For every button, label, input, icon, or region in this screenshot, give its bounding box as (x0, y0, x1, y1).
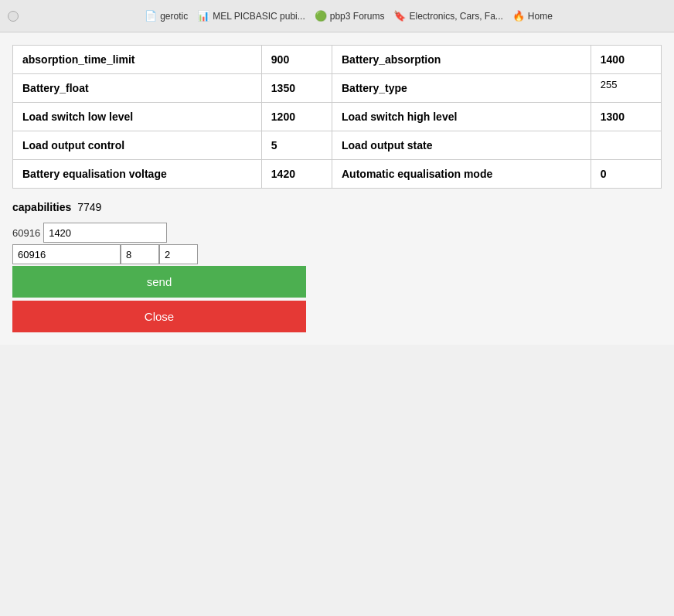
cell-auto-equalisation-label: Automatic equalisation mode (332, 160, 591, 189)
cell-battery-type-value: 255 (591, 74, 661, 103)
browser-circle (8, 11, 19, 22)
input-section: 60916 send Close (12, 223, 306, 332)
input-row-2 (12, 244, 306, 264)
address-label-1: 60916 (12, 227, 40, 239)
cell-auto-equalisation-value: 0 (591, 160, 661, 189)
tab-label-mel: MEL PICBASIC pubi... (213, 11, 305, 22)
browser-tab-home[interactable]: 🔥 Home (512, 10, 553, 22)
cell-absorption-time-label: absorption_time_limit (13, 46, 262, 74)
cell-battery-equalisation-value: 1420 (261, 160, 332, 189)
browser-tabs: 📄 gerotic 📊 MEL PICBASIC pubi... 🟢 pbp3 … (31, 10, 666, 22)
value-input[interactable] (43, 223, 167, 243)
table-row: absorption_time_limit 900 Battery_absorp… (13, 46, 662, 74)
table-row: Load output control 5 Load output state (13, 131, 662, 160)
tab-label-electronics: Electronics, Cars, Fa... (409, 11, 502, 22)
table-row: Battery equalisation voltage 1420 Automa… (13, 160, 662, 189)
tab-label-gerotic: gerotic (160, 11, 188, 22)
tab-label-home: Home (528, 11, 553, 22)
bookmark-icon: 🔖 (393, 10, 406, 22)
c-input[interactable] (159, 244, 198, 264)
cell-battery-float-value: 1350 (261, 74, 332, 103)
tab-label-pbp3: pbp3 Forums (330, 11, 385, 22)
page-icon: 📄 (145, 10, 157, 22)
browser-tab-mel[interactable]: 📊 MEL PICBASIC pubi... (197, 10, 305, 22)
address-input[interactable] (12, 244, 121, 264)
cell-battery-absorption-label: Battery_absorption (332, 46, 591, 74)
table-row: Battery_float 1350 Battery_type 255 (13, 74, 662, 103)
main-content: absorption_time_limit 900 Battery_absorp… (0, 32, 674, 345)
capabilities-label: capabilities (12, 201, 71, 213)
browser-tab-electronics[interactable]: 🔖 Electronics, Cars, Fa... (393, 10, 502, 22)
data-table: absorption_time_limit 900 Battery_absorp… (12, 45, 662, 189)
cell-load-switch-low-label: Load switch low level (13, 103, 262, 131)
bar-chart-icon: 📊 (197, 10, 209, 22)
cell-battery-float-label: Battery_float (13, 74, 262, 103)
browser-tab-pbp3[interactable]: 🟢 pbp3 Forums (315, 10, 385, 22)
cell-load-output-state-value (591, 131, 661, 160)
b-input[interactable] (121, 244, 159, 264)
cell-battery-type-label: Battery_type (332, 74, 591, 103)
pbp3-icon: 🟢 (315, 10, 327, 22)
cell-load-output-state-label: Load output state (332, 131, 591, 160)
capabilities-row: capabilities 7749 (12, 201, 662, 213)
cell-absorption-time-value: 900 (261, 46, 332, 74)
capabilities-value: 7749 (77, 201, 101, 213)
cell-load-switch-high-label: Load switch high level (332, 103, 591, 131)
input-row-1: 60916 (12, 223, 306, 243)
browser-tab-gerotic[interactable]: 📄 gerotic (145, 10, 188, 22)
cell-load-switch-low-value: 1200 (261, 103, 332, 131)
cell-battery-equalisation-label: Battery equalisation voltage (13, 160, 262, 189)
cell-load-switch-high-value: 1300 (591, 103, 661, 131)
send-button[interactable]: send (12, 266, 306, 298)
cell-load-output-control-value: 5 (261, 131, 332, 160)
browser-bar: 📄 gerotic 📊 MEL PICBASIC pubi... 🟢 pbp3 … (0, 0, 674, 32)
flame-icon: 🔥 (512, 10, 525, 22)
table-row: Load switch low level 1200 Load switch h… (13, 103, 662, 131)
close-button[interactable]: Close (12, 301, 306, 332)
cell-load-output-control-label: Load output control (13, 131, 262, 160)
cell-battery-absorption-value: 1400 (591, 46, 661, 74)
